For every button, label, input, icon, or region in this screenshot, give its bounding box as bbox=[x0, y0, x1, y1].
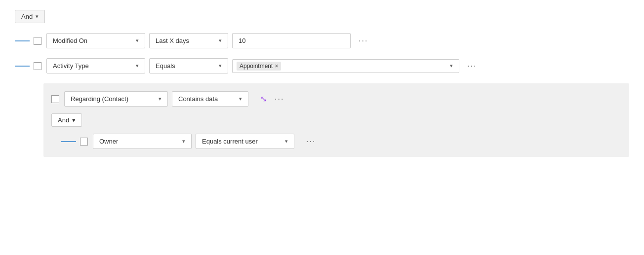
row2-checkbox[interactable] bbox=[34, 62, 41, 70]
row1-more-button[interactable]: ··· bbox=[356, 35, 371, 47]
row1-connector bbox=[15, 40, 30, 41]
subgroup-field-select[interactable]: Regarding (Contact) ▾ bbox=[64, 91, 168, 107]
filter-row-1: Modified On ▾ Last X days ▾ ··· bbox=[15, 33, 629, 48]
row1-value-input[interactable] bbox=[232, 33, 351, 48]
row2-tag-value: Appointment bbox=[240, 63, 273, 70]
subgroup-field-chevron: ▾ bbox=[159, 96, 161, 102]
sub-group-header-row: Regarding (Contact) ▾ Contains data ▾ ⤡ … bbox=[51, 91, 621, 107]
inner-operator-chevron: ▾ bbox=[285, 138, 288, 145]
subgroup-operator-chevron: ▾ bbox=[239, 96, 242, 102]
row2-connector bbox=[15, 66, 30, 67]
sub-group: Regarding (Contact) ▾ Contains data ▾ ⤡ … bbox=[43, 83, 629, 157]
inner-more-button[interactable]: ··· bbox=[303, 135, 319, 148]
row2-operator-label: Equals bbox=[156, 62, 175, 70]
top-and-label: And bbox=[21, 13, 33, 20]
inner-operator-label: Equals current user bbox=[202, 138, 258, 145]
subgroup-collapse-icon[interactable]: ⤡ bbox=[260, 94, 267, 104]
row1-field-select[interactable]: Modified On ▾ bbox=[46, 33, 145, 48]
row2-field-chevron: ▾ bbox=[136, 63, 139, 69]
subgroup-more-button[interactable]: ··· bbox=[272, 93, 287, 106]
row1-operator-chevron: ▾ bbox=[219, 37, 222, 44]
row2-more-button[interactable]: ··· bbox=[464, 60, 480, 73]
row1-line bbox=[15, 40, 30, 41]
row2-line bbox=[15, 66, 30, 67]
inner-row-owner: Owner ▾ Equals current user ▾ ··· bbox=[61, 134, 621, 149]
top-and-button[interactable]: And ▾ bbox=[15, 10, 45, 23]
top-and-chevron: ▾ bbox=[36, 13, 39, 20]
row2-tag-chevron[interactable]: ▾ bbox=[448, 63, 455, 69]
inner-line bbox=[61, 141, 76, 142]
row2-tag-inner: Appointment × bbox=[237, 62, 448, 71]
inner-operator-select[interactable]: Equals current user ▾ bbox=[196, 134, 294, 149]
inner-field-select[interactable]: Owner ▾ bbox=[93, 134, 192, 149]
page-container: And ▾ Modified On ▾ Last X days ▾ ··· Ac… bbox=[0, 0, 644, 172]
row2-operator-chevron: ▾ bbox=[219, 63, 222, 69]
sub-and-chevron: ▾ bbox=[72, 116, 76, 124]
inner-connector bbox=[61, 141, 76, 142]
inner-field-chevron: ▾ bbox=[182, 138, 185, 145]
row2-tag-item: Appointment × bbox=[237, 62, 281, 71]
row2-operator-select[interactable]: Equals ▾ bbox=[149, 58, 228, 73]
row2-field-select[interactable]: Activity Type ▾ bbox=[46, 58, 145, 73]
subgroup-field-label: Regarding (Contact) bbox=[71, 95, 128, 103]
row1-operator-select[interactable]: Last X days ▾ bbox=[149, 33, 228, 48]
subgroup-operator-label: Contains data bbox=[178, 95, 218, 103]
row1-field-chevron: ▾ bbox=[136, 37, 139, 44]
row1-field-label: Modified On bbox=[53, 37, 87, 44]
subgroup-checkbox[interactable] bbox=[51, 95, 59, 103]
subgroup-operator-select[interactable]: Contains data ▾ bbox=[172, 91, 248, 107]
row2-field-label: Activity Type bbox=[53, 62, 89, 70]
inner-checkbox[interactable] bbox=[80, 138, 88, 146]
row1-operator-label: Last X days bbox=[156, 37, 189, 44]
filter-row-2: Activity Type ▾ Equals ▾ Appointment × ▾… bbox=[15, 58, 629, 73]
sub-and-label: And bbox=[58, 116, 69, 124]
sub-and-button[interactable]: And ▾ bbox=[51, 113, 82, 127]
inner-field-label: Owner bbox=[99, 138, 118, 145]
row2-tag-close[interactable]: × bbox=[275, 63, 278, 70]
row1-checkbox[interactable] bbox=[34, 37, 41, 45]
row2-tag-input[interactable]: Appointment × ▾ bbox=[232, 59, 459, 73]
